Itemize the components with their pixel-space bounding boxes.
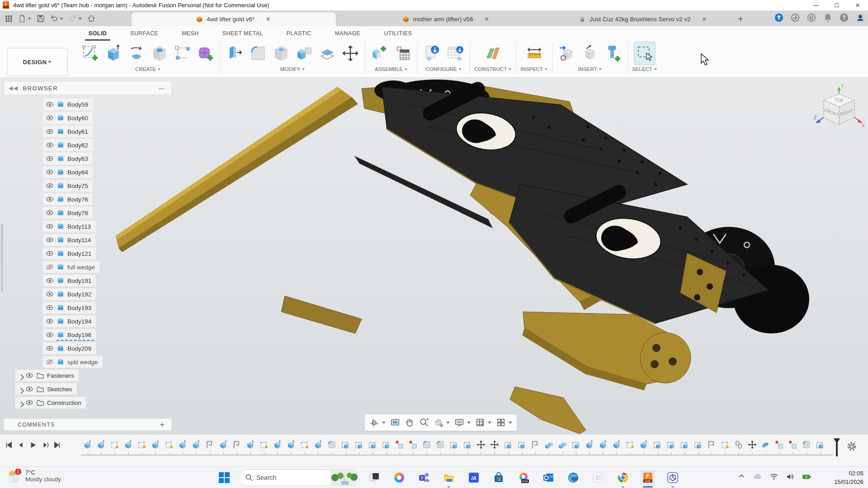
browser-body-row[interactable]: Body76 [43,193,93,205]
dropdown-caret-icon[interactable] [78,18,82,20]
combine-tool-button[interactable] [294,42,315,65]
go-to-start-button[interactable] [5,441,13,451]
visibility-eye-icon[interactable] [46,317,54,325]
home-button[interactable] [85,12,97,25]
timeline-feature-extrude[interactable] [314,440,324,450]
timeline-feature-construction-plane[interactable] [707,440,717,450]
browser-body-row[interactable]: Body114 [43,234,95,246]
browser-body-row[interactable]: Body196 [43,329,96,341]
visibility-eye-icon[interactable] [46,195,54,203]
insert-mesh-tool-button[interactable] [580,42,600,65]
timeline-feature-join[interactable] [544,440,554,450]
expand-chevron-icon[interactable] [18,387,23,391]
timeline-feature-construction-plane[interactable] [531,440,541,450]
weather-widget[interactable]: 1 7°C Mostly cloudy [6,469,61,483]
save-button[interactable] [35,12,47,25]
minimize-button[interactable]: — [806,0,826,11]
timeline-feature-combine[interactable] [517,440,527,450]
visibility-eye-icon[interactable] [46,290,54,298]
visibility-eye-icon[interactable] [46,344,54,352]
dropdown-caret-icon[interactable] [488,422,491,424]
timeline-feature-join[interactable] [558,440,568,450]
view-cube[interactable]: Y Z X TOP FRONT RIGHT [813,80,865,137]
collapse-panel-icon[interactable]: ◀◀ [9,85,18,91]
visibility-eye-icon[interactable] [46,127,54,136]
document-tab[interactable]: 4wd lifter gold v6*✕ [132,12,336,26]
taskbar-app-generic-1[interactable] [591,470,605,485]
timeline-feature-combine[interactable] [666,440,676,450]
visibility-eye-icon[interactable] [46,182,54,190]
visibility-eye-icon[interactable] [46,249,54,258]
dropdown-caret-icon[interactable] [467,422,471,424]
timeline-feature-sketch[interactable] [259,440,269,450]
dropdown-caret-icon[interactable] [28,18,31,20]
timeline-feature-extrude[interactable] [178,440,188,450]
timeline-feature-fillet[interactable] [422,440,432,450]
search-highlight-image[interactable] [330,469,359,486]
expand-chevron-icon[interactable] [18,400,23,405]
pan-button[interactable] [405,418,415,427]
timeline-feature-sketch[interactable] [300,440,310,450]
timeline-feature-extrude[interactable] [151,440,161,450]
ribbon-group-label[interactable]: CONSTRUCT [474,66,512,72]
play-button[interactable] [29,441,37,451]
grid-snaps-button[interactable] [475,418,491,427]
configuration-tool-button[interactable] [422,42,443,65]
timeline-feature-extrude[interactable] [246,440,256,450]
timeline-feature-combine[interactable] [354,440,364,450]
workspace-selector[interactable]: DESIGN [7,48,68,76]
taskbar-chrome[interactable] [616,470,630,485]
timeline-settings-gear-icon[interactable] [846,441,857,454]
expand-chevron-icon[interactable] [18,373,23,378]
tray-battery[interactable] [802,472,811,483]
taskbar-microsoft-store[interactable] [491,470,506,485]
app-grid-button[interactable] [3,12,14,25]
ribbon-group-label[interactable]: SELECT [632,66,657,72]
timeline-feature-combine[interactable] [504,440,514,450]
browser-body-row[interactable]: Body121 [43,248,96,259]
timeline-feature-broken-link[interactable] [395,440,405,450]
maximize-button[interactable]: ☐ [826,0,847,11]
visibility-eye-icon[interactable] [46,222,54,230]
extrude-tool-button[interactable] [103,42,124,65]
file-new-button[interactable] [16,12,33,25]
notifications-bell-icon[interactable] [823,13,833,24]
cad-model[interactable] [0,78,868,435]
timeline-feature-combine[interactable] [571,440,581,450]
visibility-eye-icon[interactable] [25,371,33,380]
browser-folder-row[interactable]: Construction [15,397,86,408]
fillet-tool-button[interactable] [248,42,269,65]
lifter-arm-left[interactable] [116,87,358,252]
step-forward-button[interactable] [41,441,49,451]
go-to-end-button[interactable] [53,441,61,451]
zoom-button[interactable] [419,418,429,427]
browser-folder-row[interactable]: Fasteners [15,370,79,381]
browser-body-row[interactable]: Body64 [43,166,93,178]
ribbon-group-label[interactable]: CREATE [135,66,161,72]
timeline-feature-broken-link[interactable] [788,440,798,450]
browser-body-row[interactable]: full wedge [43,261,99,273]
insert-fastener-tool-button[interactable] [603,42,623,65]
timeline-feature-fillet[interactable] [327,440,337,450]
timeline-feature-extrude[interactable] [585,440,595,450]
visibility-eye-off-icon[interactable] [46,263,54,271]
ribbon-tab-solid[interactable]: SOLID [77,26,118,41]
timeline-feature-extrude[interactable] [192,440,202,450]
timeline-feature-sketch[interactable] [110,440,120,450]
timeline-feature-sketch[interactable] [165,440,175,450]
orbit-button[interactable] [369,418,386,427]
taskbar-autocad-app[interactable]: /A [467,470,481,485]
timeline-feature-combine[interactable] [382,440,392,450]
browser-body-row[interactable]: Body62 [43,139,93,151]
recent-icon[interactable] [807,13,816,24]
lifter-arm-right[interactable] [522,312,691,390]
taskbar-fusion[interactable]: FFUS [641,470,655,485]
taskbar-clock[interactable]: 02:05 15/01/2026 [834,469,863,486]
timeline-feature-extrude[interactable] [273,440,283,450]
select-tool-button[interactable] [634,42,655,65]
box-primitive-tool-button[interactable] [172,42,193,65]
visibility-eye-icon[interactable] [25,385,33,393]
timeline-feature-fillet[interactable] [802,440,812,450]
taskbar-edge[interactable] [566,470,580,485]
ribbon-group-label[interactable]: ASSEMBLE [375,66,408,72]
